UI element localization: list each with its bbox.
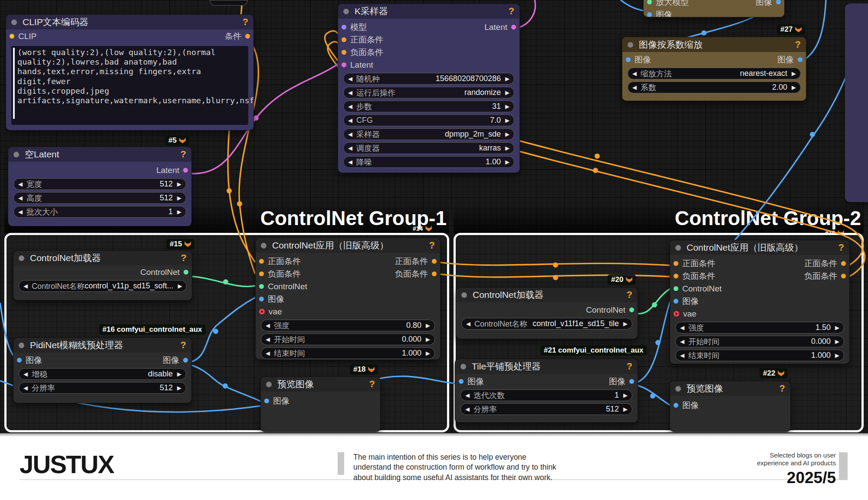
- widget-strength[interactable]: ◀强度1.50▶: [675, 322, 844, 333]
- widget-start-percent[interactable]: ◀开始时间0.000▶: [261, 333, 435, 345]
- image-output-port[interactable]: [798, 57, 802, 62]
- collapse-dot[interactable]: [343, 9, 349, 14]
- collapse-dot[interactable]: [19, 343, 24, 348]
- widget-controlnet-name[interactable]: ◀ControlNet名称control_v11f1e_sd15_tile▶: [461, 318, 632, 330]
- node-titlebar[interactable]: PidiNet模糊线预处理器 ?: [13, 338, 191, 353]
- conditioning-output-port[interactable]: [245, 34, 250, 39]
- positive-input-port[interactable]: [259, 259, 264, 264]
- collapse-dot[interactable]: [11, 20, 17, 25]
- widget-sampler[interactable]: ◀采样器dpmpp_2m_sde▶: [343, 128, 514, 140]
- node-titlebar[interactable]: ControlNet加载器 ?: [456, 288, 638, 302]
- collapse-dot[interactable]: [460, 364, 466, 369]
- node-graph-canvas[interactable]: #14 #19 ControlNet Group-1 ControlNet Gr…: [0, 0, 868, 500]
- node-image-scale-by[interactable]: 图像按系数缩放 ? 图像 图像 ◀缩放方法nearest-exact▶ ◀系数2…: [622, 37, 806, 101]
- image-output-port[interactable]: [776, 0, 781, 4]
- node-titlebar[interactable]: CLIP文本编码器 ?: [6, 15, 253, 29]
- node-preview-image-2[interactable]: 预览图像 ? 图像: [670, 381, 791, 432]
- prompt-textarea[interactable]: (worst quality:2),(low quality:2),(norma…: [11, 46, 248, 125]
- node-titlebar[interactable]: 预览图像 ?: [261, 377, 380, 392]
- model-input-port[interactable]: [342, 25, 346, 29]
- widget-cfg[interactable]: ◀CFG7.0▶: [343, 114, 514, 126]
- node-pidinet-preprocessor[interactable]: PidiNet模糊线预处理器 ? 图像 图像 ◀增稳disable▶ ◀分辨率5…: [13, 337, 192, 403]
- node-controlnet-apply-1[interactable]: ControlNet应用（旧版高级） ? 正面条件 正面条件 负面条件 负面条件…: [255, 238, 441, 360]
- group2-title[interactable]: ControlNet Group-2: [454, 206, 861, 230]
- collapse-dot[interactable]: [461, 292, 467, 298]
- image-output-port[interactable]: [183, 358, 188, 363]
- negative-input-port[interactable]: [674, 274, 678, 278]
- node-preview-image-1[interactable]: 预览图像 ? 图像: [260, 376, 381, 432]
- help-icon[interactable]: ?: [181, 149, 186, 160]
- image-input-port[interactable]: [259, 297, 264, 301]
- widget-height[interactable]: ◀高度512▶: [13, 192, 186, 204]
- help-icon[interactable]: ?: [627, 361, 632, 372]
- widget-seed[interactable]: ◀随机种156680208700286▶: [343, 73, 514, 85]
- node-titlebar[interactable]: Tile平铺预处理器 ?: [455, 359, 638, 374]
- collapse-dot[interactable]: [13, 152, 19, 157]
- widget-denoise[interactable]: ◀降噪1.00▶: [343, 156, 514, 168]
- node-controlnet-apply-2[interactable]: ControlNet应用（旧版高级） ? 正面条件 正面条件 负面条件 负面条件…: [670, 240, 850, 364]
- positive-output-port[interactable]: [841, 261, 846, 266]
- latent-input-port[interactable]: [342, 62, 346, 67]
- collapse-dot[interactable]: [19, 255, 24, 261]
- widget-width[interactable]: ◀宽度512▶: [13, 178, 186, 190]
- node-titlebar[interactable]: 预览图像 ?: [670, 381, 790, 396]
- help-icon[interactable]: ?: [181, 252, 187, 264]
- widget-upscale-method[interactable]: ◀缩放方法nearest-exact▶: [628, 68, 801, 79]
- widget-resolution[interactable]: ◀分辨率512▶: [19, 382, 186, 394]
- widget-safe[interactable]: ◀增稳disable▶: [19, 368, 186, 380]
- help-icon[interactable]: ?: [369, 379, 375, 390]
- widget-batch-size[interactable]: ◀批次大小1▶: [13, 206, 186, 218]
- image-input-port[interactable]: [647, 12, 652, 17]
- node-clip-text-encoder[interactable]: CLIP文本编码器 ? CLIP 条件 (worst quality:2),(l…: [6, 14, 254, 131]
- help-icon[interactable]: ?: [838, 242, 844, 253]
- node-titlebar[interactable]: K采样器 ?: [338, 4, 519, 19]
- positive-output-port[interactable]: [432, 259, 437, 264]
- node-tile-preprocessor[interactable]: Tile平铺预处理器 ? 图像 图像 ◀迭代次数1▶ ◀分辨率512▶: [455, 359, 638, 423]
- image-input-port[interactable]: [17, 358, 22, 363]
- node-titlebar[interactable]: ControlNet应用（旧版高级） ?: [670, 240, 849, 255]
- vae-input-port[interactable]: [674, 311, 679, 317]
- help-icon[interactable]: ?: [509, 6, 514, 17]
- widget-strength[interactable]: ◀强度0.80▶: [261, 320, 435, 331]
- image-input-port[interactable]: [264, 399, 269, 403]
- help-icon[interactable]: ?: [779, 383, 785, 394]
- node-titlebar[interactable]: 图像按系数缩放 ?: [622, 37, 806, 52]
- widget-controlnet-name[interactable]: ◀ControlNet名称control_v11p_sd15_soft...▶: [19, 280, 187, 292]
- collapse-dot[interactable]: [266, 382, 272, 387]
- image-input-port[interactable]: [674, 403, 678, 408]
- controlnet-output-port[interactable]: [629, 307, 634, 312]
- latent-output-port[interactable]: [183, 168, 188, 173]
- collapse-dot[interactable]: [675, 386, 681, 392]
- collapse-dot[interactable]: [675, 245, 681, 251]
- node-titlebar[interactable]: 空Latent ?: [8, 147, 191, 162]
- latent-output-port[interactable]: [511, 25, 516, 29]
- image-input-port[interactable]: [674, 299, 678, 304]
- widget-pyr-up-iters[interactable]: ◀迭代次数1▶: [460, 389, 632, 401]
- image-input-port[interactable]: [459, 379, 464, 384]
- vae-input-port[interactable]: [259, 309, 265, 314]
- negative-output-port[interactable]: [841, 274, 846, 278]
- negative-input-port[interactable]: [259, 271, 264, 276]
- help-icon[interactable]: ?: [429, 240, 435, 251]
- widget-scale-factor[interactable]: ◀系数2.00▶: [628, 82, 801, 93]
- node-titlebar[interactable]: ControlNet应用（旧版高级） ?: [256, 238, 440, 253]
- widget-control-after-generate[interactable]: ◀运行后操作randomize▶: [343, 87, 514, 98]
- positive-input-port[interactable]: [674, 261, 678, 266]
- node-titlebar[interactable]: ControlNet加载器 ?: [13, 251, 192, 265]
- widget-steps[interactable]: ◀步数31▶: [343, 101, 514, 112]
- controlnet-input-port[interactable]: [259, 284, 264, 289]
- image-input-port[interactable]: [626, 57, 631, 62]
- negative-input-port[interactable]: [342, 50, 346, 55]
- controlnet-input-port[interactable]: [674, 286, 678, 291]
- node-offscreen-right-partial[interactable]: [845, 3, 868, 202]
- node-controlnet-loader-1[interactable]: ControlNet加载器 ? ControlNet ◀ControlNet名称…: [13, 250, 192, 301]
- help-icon[interactable]: ?: [243, 16, 248, 28]
- controlnet-output-port[interactable]: [184, 270, 188, 275]
- widget-start-percent[interactable]: ◀开始时间0.000▶: [675, 336, 844, 347]
- help-icon[interactable]: ?: [795, 39, 801, 50]
- clip-input-port[interactable]: [10, 34, 14, 39]
- image-output-port[interactable]: [629, 379, 634, 384]
- node-empty-latent[interactable]: 空Latent ? Latent ◀宽度512▶ ◀高度512▶ ◀批次大小1▶: [8, 147, 192, 226]
- negative-output-port[interactable]: [432, 271, 437, 276]
- help-icon[interactable]: ?: [181, 340, 186, 351]
